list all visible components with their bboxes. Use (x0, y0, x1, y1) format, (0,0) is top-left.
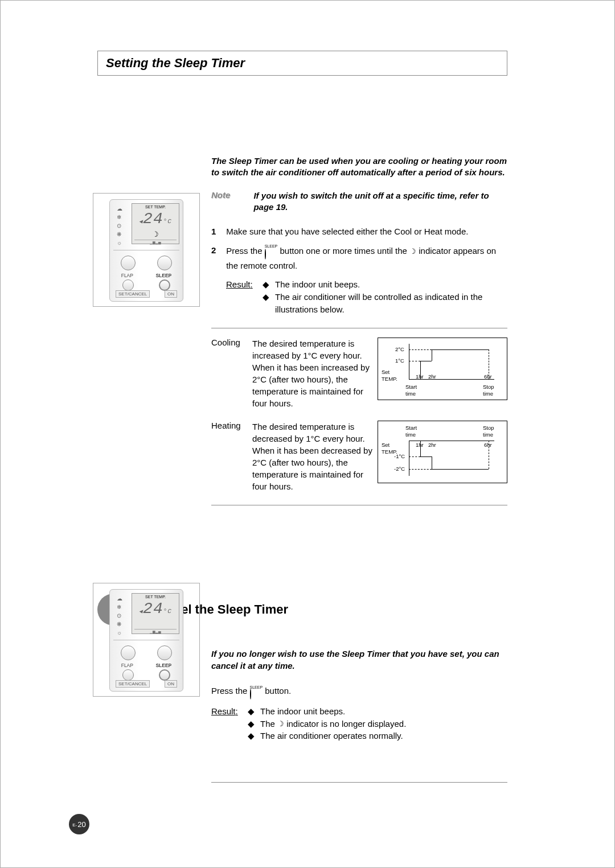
content-column: Setting the Sleep Timer The Sleep Timer … (97, 51, 507, 792)
step-2: 2 Press the SLEEP button one or more tim… (211, 244, 507, 271)
chart-xtick: 6hr (484, 442, 492, 448)
chart-axis-label: TEMP. (382, 376, 397, 382)
set-temp-label: SET TEMP. (132, 595, 179, 599)
remote-lcd: SET TEMP. ◀24°C ▁▆▂▅ (132, 593, 179, 634)
flap-button (122, 669, 134, 681)
page-number-badge: E-20 (69, 814, 89, 834)
bullet-text: The air conditioner will be controlled a… (275, 291, 507, 316)
step-text: Press the SLEEP button one or more times… (226, 244, 505, 271)
moon-indicator-icon: ☽ (132, 230, 179, 238)
chart-ytick: 2°C (395, 346, 404, 352)
bullet-row: ◆ The air conditioner will be controlled… (263, 291, 507, 316)
mode-text: The desired temperature is decreased by … (252, 421, 378, 492)
result-label: Result: (226, 278, 263, 315)
temp-unit: °C (163, 218, 172, 225)
sleep-label: SLEEP (155, 663, 171, 668)
mode-label: Cooling (211, 338, 252, 409)
remote-illustration: ☁ ❄ ⊙ ❋ ☼ SET TEMP. ◀24°C ☽ ▁▆▂▅ (93, 193, 200, 307)
result-body: ◆ The indoor unit beeps. ◆ The ☽ indicat… (248, 705, 507, 742)
bullet-row: ◆ The indoor unit beeps. (248, 705, 507, 718)
remote-illustration: ☁ ❄ ⊙ ❋ ☼ SET TEMP. ◀24°C ▁▆▂▅ (93, 583, 200, 697)
step-1: 1 Make sure that you have selected eithe… (211, 225, 507, 237)
sleep-button-label: SLEEP (250, 685, 263, 689)
result-body: ◆ The indoor unit beeps. ◆ The air condi… (263, 278, 507, 315)
step-number: 2 (211, 244, 224, 256)
chart-ytick: -1°C (394, 453, 405, 459)
remote-button (157, 256, 172, 270)
divider (211, 328, 507, 328)
text-fragment: Press the (226, 246, 265, 256)
press-line: Press the SLEEP button. (211, 685, 507, 698)
chart-xtick: 6hr (484, 373, 492, 380)
section-2-intro: If you no longer wish to use the Sleep T… (211, 648, 507, 672)
dry-mode-icon: ⊙ (117, 611, 122, 620)
result-row: Result: ◆ The indoor unit beeps. ◆ The a… (226, 278, 507, 315)
diamond-bullet-icon: ◆ (263, 291, 275, 316)
divider (211, 505, 507, 505)
text-fragment: button one or more times until the (280, 246, 409, 256)
temp-value: 24 (143, 210, 163, 228)
setcancel-label: SET/CANCEL (116, 290, 150, 298)
sleep-label: SLEEP (155, 273, 171, 278)
bullet-row: ◆ The indoor unit beeps. (263, 278, 507, 291)
bullet-row: ◆ The ☽ indicator is no longer displayed… (248, 718, 507, 730)
sleep-button-icon: SLEEP (265, 244, 278, 260)
sleep-button-icon: SLEEP (250, 685, 263, 698)
page-number: 20 (77, 820, 85, 829)
remote-button (157, 645, 172, 660)
result-label: Result: (211, 705, 248, 742)
bullet-text: The indoor unit beeps. (260, 705, 507, 718)
moon-indicator-icon: ☽ (277, 719, 284, 730)
dry-mode-icon: ⊙ (117, 221, 122, 230)
temp-unit: °C (163, 608, 172, 615)
fan-mode-icon: ❋ (117, 620, 122, 628)
fan-mode-icon: ❋ (117, 230, 122, 238)
on-label: ON (165, 680, 177, 688)
heat-mode-icon: ☼ (117, 238, 122, 247)
section-title: Setting the Sleep Timer (106, 56, 499, 71)
chart-xtick: 1hr (416, 373, 424, 380)
remote-button (121, 256, 136, 270)
page-number-prefix: E- (72, 822, 77, 828)
chart-annotation: Stop (483, 425, 494, 431)
bullet-text: The indoor unit beeps. (275, 278, 507, 291)
bullet-row: ◆ The air conditioner operates normally. (248, 730, 507, 742)
note-row: Note If you wish to switch the unit off … (211, 190, 507, 213)
flap-label: FLAP (121, 663, 133, 668)
bullet-text: The air conditioner operates normally. (260, 730, 507, 742)
section-intro: The Sleep Timer can be used when you are… (211, 155, 507, 179)
diamond-bullet-icon: ◆ (248, 730, 260, 742)
chart-xtick: 2hr (428, 373, 436, 380)
note-text: If you wish to switch the unit off at a … (253, 190, 504, 213)
mode-label: Heating (211, 421, 252, 492)
moon-indicator-icon: ☽ (409, 246, 416, 257)
step-text: Make sure that you have selected either … (226, 225, 505, 237)
diamond-bullet-icon: ◆ (263, 278, 275, 291)
chart-ytick: 1°C (395, 357, 404, 364)
chart-xtick: 2hr (428, 442, 436, 448)
cooling-row: Cooling The desired temperature is incre… (211, 338, 507, 409)
sleep-button-label: SLEEP (265, 244, 278, 248)
chart-xtick: 1hr (416, 442, 424, 448)
cool-mode-icon: ❄ (117, 603, 122, 611)
heating-graph: Start time Stop time Set TEMP. 1hr 2hr 6… (378, 421, 507, 492)
on-label: ON (165, 290, 177, 298)
remote-button (121, 645, 136, 660)
auto-mode-icon: ☁ (117, 204, 122, 213)
cool-mode-icon: ❄ (117, 213, 122, 221)
manual-page: Setting the Sleep Timer The Sleep Timer … (0, 0, 615, 868)
cooling-graph: 2°C 1°C Set TEMP. 1hr 2hr (378, 338, 507, 409)
text-fragment: button. (265, 686, 291, 696)
heat-mode-icon: ☼ (117, 628, 122, 637)
chart-annotation: time (483, 390, 493, 397)
temp-value: 24 (143, 600, 163, 618)
sleep-button (159, 279, 170, 291)
remote-lcd: SET TEMP. ◀24°C ☽ ▁▆▂▅ (132, 203, 179, 244)
flap-button (122, 279, 134, 291)
auto-mode-icon: ☁ (117, 594, 122, 603)
result-row: Result: ◆ The indoor unit beeps. ◆ The ☽… (211, 705, 507, 742)
remote-mode-icons: ☁ ❄ ⊙ ❋ ☼ (117, 594, 122, 637)
diamond-bullet-icon: ◆ (248, 705, 260, 718)
bullet-text: The ☽ indicator is no longer displayed. (260, 718, 507, 730)
chart-annotation: time (483, 431, 493, 438)
